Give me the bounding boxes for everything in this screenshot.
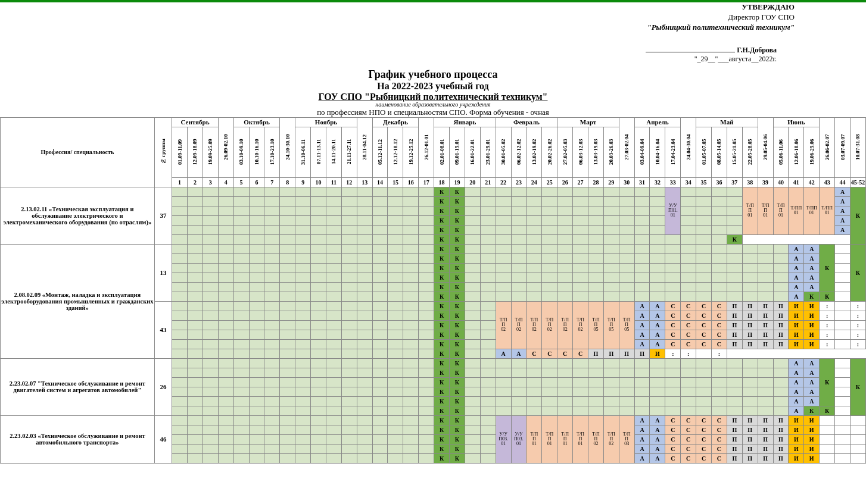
cell — [696, 282, 712, 292]
cell — [218, 263, 233, 273]
cell — [372, 406, 388, 415]
week-date: 09.01-15.01 — [449, 127, 465, 177]
group-cell: 13 — [154, 244, 172, 301]
cell — [233, 339, 249, 349]
cell — [172, 206, 188, 215]
cell — [264, 196, 280, 206]
week-number: 31 — [634, 177, 650, 187]
cell — [218, 358, 233, 368]
cell — [172, 396, 188, 406]
cell — [496, 358, 511, 368]
cell — [850, 425, 865, 434]
week-number: 19 — [449, 177, 465, 187]
cell — [712, 292, 727, 301]
cell — [557, 292, 573, 301]
cell: А — [789, 244, 804, 253]
cell — [588, 253, 603, 263]
cell: К — [449, 206, 465, 215]
cell — [311, 358, 326, 368]
cell: К — [449, 263, 465, 273]
cell: С — [696, 444, 712, 453]
cell: Т/ПП02 — [527, 301, 542, 349]
cell — [665, 282, 681, 292]
cell: К — [434, 406, 450, 415]
cell: А — [804, 396, 820, 406]
cell — [603, 196, 619, 206]
cell — [311, 282, 326, 292]
cell: К — [449, 301, 465, 311]
cell: К — [449, 349, 465, 358]
cell: С — [665, 320, 681, 330]
cell: К — [449, 282, 465, 292]
week-number: 10 — [311, 177, 326, 187]
cell — [573, 263, 588, 273]
cell — [712, 244, 727, 253]
cell — [372, 444, 388, 453]
cell — [326, 320, 341, 330]
title-sub: наименование образовательного учреждения — [0, 101, 866, 108]
cell — [527, 196, 542, 206]
cell — [264, 434, 280, 444]
cell — [357, 282, 372, 292]
cell — [372, 387, 388, 396]
group-cell: 46 — [154, 415, 172, 463]
cell — [249, 339, 264, 349]
cell: К — [820, 358, 835, 406]
cell — [634, 253, 650, 263]
cell — [172, 196, 188, 206]
cell — [372, 425, 388, 434]
cell: К — [449, 396, 465, 406]
cell — [712, 215, 727, 225]
cell — [557, 273, 573, 282]
cell: П — [727, 301, 742, 311]
cell — [280, 368, 295, 377]
approval-block: УТВЕРЖДАЮ Директор ГОУ СПО "Рыбницкий по… — [0, 2, 866, 33]
cell — [233, 358, 249, 368]
cell — [696, 292, 712, 301]
cell — [681, 187, 696, 196]
cell — [465, 358, 480, 368]
cell — [588, 206, 603, 215]
cell — [357, 215, 372, 225]
cell: К — [434, 434, 450, 444]
cell — [326, 368, 341, 377]
cell — [542, 234, 557, 244]
cell — [341, 377, 357, 387]
cell — [542, 273, 557, 282]
cell — [650, 387, 665, 396]
week-number: 29 — [603, 177, 619, 187]
cell — [295, 301, 311, 311]
cell — [295, 196, 311, 206]
cell — [835, 301, 851, 311]
cell: А — [650, 330, 665, 339]
cell: С — [712, 415, 727, 425]
cell — [326, 358, 341, 368]
cell — [341, 358, 357, 368]
month-header: Январь — [434, 117, 496, 127]
cell — [188, 453, 203, 463]
cell — [372, 244, 388, 253]
cell — [496, 282, 511, 292]
cell — [419, 301, 434, 311]
week-number: 5 — [233, 177, 249, 187]
cell: П — [758, 434, 773, 444]
cell: Т/ПП01 — [789, 187, 804, 234]
cell — [233, 263, 249, 273]
week-date: 31.10-06.11 — [295, 127, 311, 177]
cell: С — [665, 434, 681, 444]
cell — [650, 292, 665, 301]
cell — [188, 368, 203, 377]
cell: У/УП01.01 — [665, 187, 681, 234]
cell — [249, 263, 264, 273]
cell — [573, 196, 588, 206]
cell: К — [850, 187, 865, 244]
cell: А — [789, 358, 804, 368]
cell — [557, 196, 573, 206]
cell — [264, 396, 280, 406]
cell — [188, 330, 203, 339]
cell: П — [727, 453, 742, 463]
cell — [557, 206, 573, 215]
cell: А — [789, 368, 804, 377]
cell: И — [789, 453, 804, 463]
director-label: Директор ГОУ СПО — [0, 12, 795, 23]
